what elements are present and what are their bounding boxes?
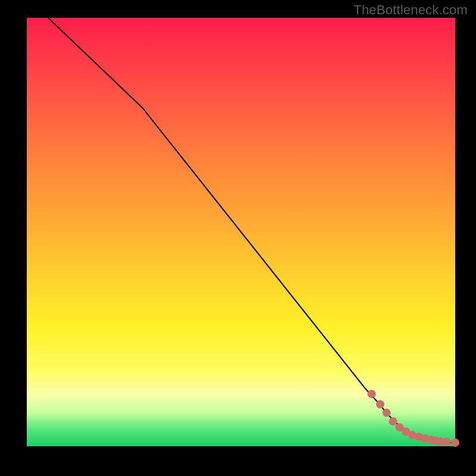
bottleneck-markers [368,390,459,447]
marker-point [383,409,391,417]
marker-point [368,390,376,398]
marker-point [451,439,459,447]
marker-point [376,400,384,408]
chart-frame: TheBottleneck.com [0,0,476,476]
marker-point [443,438,451,446]
bottleneck-curve [48,18,455,443]
marker-point [389,417,397,425]
watermark-text: TheBottleneck.com [353,2,468,18]
chart-overlay [27,18,455,446]
